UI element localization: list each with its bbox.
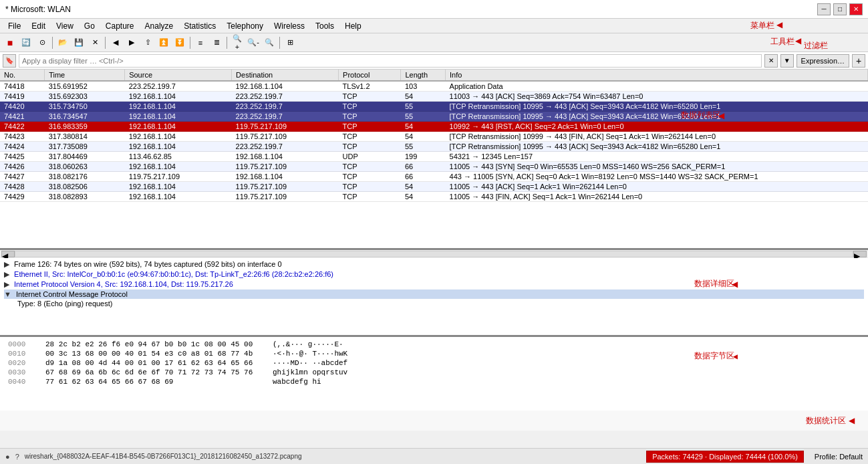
icmp-text: Internet Control Message Protocol: [16, 290, 128, 298]
table-cell: 318.060263: [45, 162, 125, 172]
last-btn[interactable]: ⏬: [172, 35, 187, 50]
expression-button[interactable]: Expression…: [797, 54, 849, 68]
autoscroll-btn[interactable]: ≡: [193, 35, 208, 50]
table-row[interactable]: 74419315.692303192.168.1.104223.252.199.…: [0, 92, 868, 102]
filter-arrow-btn[interactable]: ▼: [780, 54, 794, 68]
detail-ethernet[interactable]: ▶ Ethernet II, Src: IntelCor_b0:b0:1c (e…: [4, 269, 864, 279]
menu-help[interactable]: Help: [339, 19, 367, 33]
table-cell: 54: [401, 122, 446, 132]
first-btn[interactable]: ⏫: [156, 35, 171, 50]
table-cell: TCP: [339, 192, 401, 202]
table-cell: 119.75.217.109: [232, 162, 339, 172]
col-info: Info: [446, 70, 868, 81]
save-btn[interactable]: 💾: [71, 35, 86, 50]
menu-edit[interactable]: Edit: [26, 19, 51, 33]
frame-text: Frame 126: 74 bytes on wire (592 bits), …: [14, 260, 282, 268]
restore-button[interactable]: □: [833, 3, 847, 15]
menu-capture[interactable]: Capture: [100, 19, 140, 33]
colorize-btn[interactable]: ≣: [209, 35, 224, 50]
hex-ascii: ····MD·· ··abcdef: [273, 359, 347, 367]
menu-tools[interactable]: Tools: [310, 19, 339, 33]
open-btn[interactable]: 📂: [55, 35, 70, 50]
table-cell: 192.168.1.104: [232, 172, 339, 182]
table-row[interactable]: 74425317.804469113.46.62.85192.168.1.104…: [0, 152, 868, 162]
menu-view[interactable]: View: [51, 19, 79, 33]
table-cell: 119.75.217.109: [232, 192, 339, 202]
table-cell: 54: [401, 182, 446, 192]
hscroll-right[interactable]: ▶: [853, 251, 867, 257]
sep2: [105, 37, 106, 49]
stop-btn[interactable]: ■: [3, 35, 17, 50]
back-btn[interactable]: ◀: [108, 35, 123, 50]
table-row[interactable]: 74420315.734750192.168.1.104223.252.199.…: [0, 102, 868, 112]
goto-btn[interactable]: ⇧: [140, 35, 155, 50]
menu-file[interactable]: File: [3, 19, 26, 33]
hex-bytes: 67 68 69 6a 6b 6c 6d 6e 6f 70 71 72 73 7…: [45, 368, 259, 376]
table-cell: 317.804469: [45, 152, 125, 162]
table-row[interactable]: 74422316.983359192.168.1.104119.75.217.1…: [0, 122, 868, 132]
col-no: No.: [0, 70, 45, 81]
expand-eth: ▶: [4, 270, 9, 278]
close-btn[interactable]: ✕: [88, 35, 102, 50]
table-cell: 192.168.1.104: [232, 81, 339, 92]
detail-frame[interactable]: ▶ Frame 126: 74 bytes on wire (592 bits)…: [4, 259, 864, 269]
hex-ascii: ghijklmn opqrstuv: [273, 368, 347, 376]
minimize-button[interactable]: ─: [817, 3, 831, 15]
hex-dump-area: 000028 2c b2 e2 26 f6 e0 94 67 b0 b0 1c …: [0, 337, 868, 411]
detail-icmp-type[interactable]: Type: 8 (Echo (ping) request): [17, 299, 864, 308]
table-cell: 54: [401, 132, 446, 142]
table-row[interactable]: 74427318.082176119.75.217.109192.168.1.1…: [0, 172, 868, 182]
filter-input[interactable]: [19, 54, 762, 68]
hex-line: 003067 68 69 6a 6b 6c 6d 6e 6f 70 71 72 …: [8, 368, 860, 377]
packet-stats: Packets: 74429 · Displayed: 74444 (100.0…: [646, 451, 804, 463]
add-filter-button[interactable]: +: [852, 54, 865, 68]
table-row[interactable]: 74423317.380814192.168.1.104119.75.217.1…: [0, 132, 868, 142]
zoom-reset-btn[interactable]: 🔍: [262, 35, 277, 50]
table-cell: 74421: [0, 112, 45, 122]
table-cell: 74422: [0, 122, 45, 132]
menu-statistics[interactable]: Statistics: [178, 19, 221, 33]
col-time: Time: [45, 70, 125, 81]
detail-icmp[interactable]: ▼ Internet Control Message Protocol: [4, 289, 864, 299]
hex-annotation: 数据字节区: [694, 350, 734, 362]
table-cell: 192.168.1.104: [125, 102, 232, 112]
table-row[interactable]: 74426318.060263192.168.1.104119.75.217.1…: [0, 162, 868, 172]
table-row[interactable]: 74424317.735089192.168.1.104223.252.199.…: [0, 142, 868, 152]
table-row[interactable]: 74421316.734547192.168.1.104223.252.199.…: [0, 112, 868, 122]
hex-line: 000028 2c b2 e2 26 f6 e0 94 67 b0 b0 1c …: [8, 340, 860, 349]
close-button[interactable]: ✕: [849, 3, 863, 15]
zoom-in-btn[interactable]: 🔍+: [230, 35, 245, 50]
table-cell: 74423: [0, 132, 45, 142]
table-cell: 199: [401, 152, 446, 162]
menu-analyze[interactable]: Analyze: [140, 19, 179, 33]
packetlist-annotation: 数据列表区: [681, 110, 721, 121]
filter-bookmark[interactable]: 🔖: [3, 54, 16, 68]
sep3: [190, 37, 190, 49]
restart-btn[interactable]: 🔄: [19, 35, 33, 50]
hex-bytes: 28 2c b2 e2 26 f6 e0 94 67 b0 b0 1c 08 0…: [45, 340, 259, 348]
table-cell: 74425: [0, 152, 45, 162]
filterbar-annotation: 过滤栏: [804, 40, 828, 51]
menu-go[interactable]: Go: [79, 19, 100, 33]
zoom-out-btn[interactable]: 🔍-: [246, 35, 261, 50]
table-cell: 192.168.1.104: [125, 182, 232, 192]
table-row[interactable]: 74418315.691952223.252.199.7192.168.1.10…: [0, 81, 868, 92]
table-cell: [TCP Retransmission] 10999 → 443 [FIN, A…: [446, 132, 868, 142]
table-row[interactable]: 74428318.082506192.168.1.104119.75.217.1…: [0, 182, 868, 192]
table-cell: 54: [401, 192, 446, 202]
options-btn[interactable]: ⊙: [35, 35, 49, 50]
menu-telephony[interactable]: Telephony: [221, 19, 269, 33]
table-cell: 192.168.1.104: [125, 162, 232, 172]
forward-btn[interactable]: ▶: [124, 35, 139, 50]
hex-offset: 0040: [8, 378, 32, 386]
packet-detail-area: ▶ Frame 126: 74 bytes on wire (592 bits)…: [0, 258, 868, 337]
toolbar-arrow: ◀: [795, 36, 801, 45]
filter-clear-btn[interactable]: ✕: [764, 54, 778, 68]
layout-btn[interactable]: ⊞: [283, 35, 297, 50]
hscroll-area: ◀ ▶: [0, 250, 868, 258]
table-row[interactable]: 74429318.082893192.168.1.104119.75.217.1…: [0, 192, 868, 202]
menubar: File Edit View Go Capture Analyze Statis…: [0, 19, 868, 33]
status-left: ● ? wireshark_{0488032A-EEAF-41B4-B545-0…: [5, 453, 302, 461]
hscroll-left[interactable]: ◀: [1, 251, 15, 257]
menu-wireless[interactable]: Wireless: [269, 19, 310, 33]
